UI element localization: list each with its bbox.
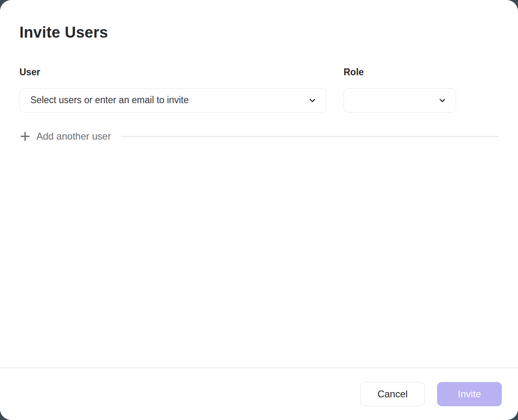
user-role-row: User Select users or enter an email to i… (19, 66, 499, 112)
dialog-title: Invite Users (19, 23, 499, 42)
plus-icon (19, 131, 31, 142)
user-select-placeholder: Select users or enter an email to invite (30, 95, 308, 106)
chevron-down-icon (308, 96, 317, 105)
add-another-user-button[interactable]: Add another user (19, 131, 111, 142)
cancel-button[interactable]: Cancel (360, 382, 425, 406)
dialog-footer: Cancel Invite (0, 367, 518, 420)
invite-button[interactable]: Invite (437, 382, 502, 406)
add-another-user-row: Add another user (19, 131, 499, 142)
role-label: Role (344, 66, 456, 78)
invite-users-dialog: Invite Users User Select users or enter … (0, 0, 518, 420)
dialog-body: Invite Users User Select users or enter … (0, 0, 518, 142)
chevron-down-icon (438, 96, 447, 105)
add-another-user-label: Add another user (36, 131, 111, 142)
role-select[interactable] (344, 88, 456, 112)
user-select[interactable]: Select users or enter an email to invite (19, 88, 326, 112)
inline-divider (121, 136, 499, 137)
role-field: Role (344, 66, 456, 112)
user-label: User (19, 66, 326, 78)
user-field: User Select users or enter an email to i… (19, 66, 326, 112)
